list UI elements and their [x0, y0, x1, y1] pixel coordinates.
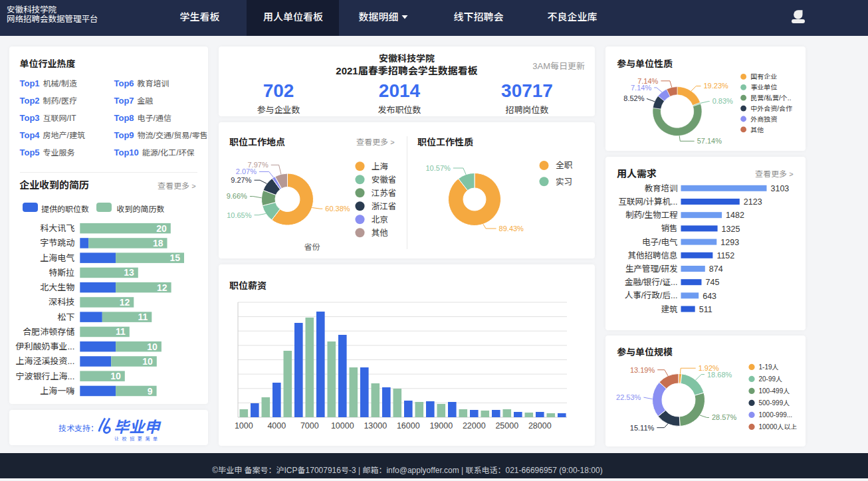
svg-text:60.38%: 60.38% [325, 205, 350, 213]
svg-text:10000: 10000 [331, 421, 354, 431]
svg-text:20: 20 [156, 223, 167, 234]
svg-text:合肥沛顿存储: 合肥沛顿存储 [23, 327, 74, 337]
svg-text:1482: 1482 [726, 211, 744, 220]
svg-text:事业单位: 事业单位 [750, 84, 777, 91]
svg-text:1-19人: 1-19人 [759, 363, 779, 371]
svg-text:其他: 其他 [750, 126, 764, 134]
svg-text:13.19%: 13.19% [630, 366, 655, 374]
svg-text:89.43%: 89.43% [499, 225, 524, 233]
svg-text:上海一嗨: 上海一嗨 [40, 386, 74, 396]
svg-text:1325: 1325 [722, 225, 740, 234]
svg-text:511: 511 [699, 305, 712, 314]
svg-text:10: 10 [147, 341, 158, 352]
svg-text:江苏省: 江苏省 [372, 189, 397, 198]
svg-text:1293: 1293 [720, 238, 739, 247]
svg-text:9.66%: 9.66% [227, 192, 247, 200]
svg-text:20-99人: 20-99人 [759, 375, 783, 383]
svg-text:生产管理/研发: 生产管理/研发 [625, 264, 678, 274]
svg-text:宁波银行上海...: 宁波银行上海... [15, 371, 74, 381]
svg-text:上海泾溪投资...: 上海泾溪投资... [15, 356, 74, 366]
svg-text:特斯拉: 特斯拉 [49, 268, 74, 278]
svg-text:民营/私营/个..: 民营/私营/个.. [750, 94, 791, 102]
svg-text:13: 13 [124, 267, 134, 278]
svg-text:国有企业: 国有企业 [750, 73, 777, 80]
svg-text:19.23%: 19.23% [704, 82, 729, 90]
svg-text:外商独资: 外商独资 [750, 116, 777, 123]
svg-text:28000: 28000 [528, 421, 552, 431]
svg-text:浙江省: 浙江省 [372, 202, 397, 211]
svg-text:其他: 其他 [372, 229, 388, 238]
svg-text:制药/生物工程: 制药/生物工程 [625, 211, 678, 220]
svg-text:深科技: 深科技 [49, 297, 74, 307]
svg-text:销售: 销售 [661, 224, 677, 233]
svg-text:技术支持：: 技术支持： [58, 424, 98, 433]
svg-text:100-499人: 100-499人 [759, 387, 790, 395]
svg-text:2123: 2123 [744, 197, 762, 207]
svg-text:科大讯飞: 科大讯飞 [40, 223, 74, 233]
svg-text:9.27%: 9.27% [231, 176, 251, 184]
svg-text:人事/行政/后...: 人事/行政/后... [625, 291, 678, 300]
svg-text:字节跳动: 字节跳动 [40, 238, 74, 248]
svg-text:伊利酸奶事业...: 伊利酸奶事业... [15, 341, 74, 351]
svg-text:8.52%: 8.52% [623, 94, 644, 102]
svg-text:15: 15 [169, 252, 180, 263]
svg-text:0.83%: 0.83% [712, 97, 733, 105]
svg-text:4000: 4000 [267, 421, 286, 431]
svg-text:北京: 北京 [372, 215, 388, 225]
svg-text:28.57%: 28.57% [712, 413, 737, 421]
svg-text:874: 874 [709, 264, 723, 274]
svg-text:1152: 1152 [716, 251, 734, 260]
svg-text:全职: 全职 [556, 161, 573, 170]
svg-text:7.97%: 7.97% [247, 161, 268, 169]
svg-text:1000-999...: 1000-999... [759, 411, 793, 419]
svg-text:省份: 省份 [304, 242, 320, 252]
svg-text:18: 18 [153, 238, 163, 248]
svg-text:13000: 13000 [364, 421, 387, 431]
svg-text:12: 12 [157, 282, 167, 293]
svg-text:18.68%: 18.68% [707, 371, 732, 379]
svg-text:建筑: 建筑 [661, 305, 678, 314]
svg-text:15.11%: 15.11% [630, 424, 655, 432]
svg-text:让校招更简单: 让校招更简单 [114, 436, 161, 442]
svg-text:7000: 7000 [300, 421, 319, 431]
svg-text:16000: 16000 [397, 421, 420, 431]
svg-text:10000人以上: 10000人以上 [759, 423, 798, 431]
svg-text:中外合资/合作: 中外合资/合作 [750, 105, 792, 112]
svg-text:教育培训: 教育培训 [644, 183, 677, 193]
svg-text:10.57%: 10.57% [425, 164, 451, 172]
svg-text:上海: 上海 [372, 162, 389, 171]
svg-text:安徽省: 安徽省 [372, 175, 397, 185]
svg-text:上海电气: 上海电气 [40, 253, 74, 263]
svg-text:松下: 松下 [57, 312, 74, 322]
svg-text:毕业申: 毕业申 [114, 419, 162, 436]
svg-text:金融/银行/证...: 金融/银行/证... [625, 278, 678, 287]
svg-text:25000: 25000 [495, 421, 518, 431]
svg-text:3103: 3103 [771, 184, 790, 193]
svg-text:500-999人: 500-999人 [759, 399, 790, 407]
svg-text:11: 11 [116, 326, 126, 337]
svg-text:57.14%: 57.14% [697, 137, 722, 145]
svg-text:10.65%: 10.65% [227, 211, 252, 219]
svg-text:9: 9 [148, 386, 153, 397]
svg-text:1000: 1000 [235, 421, 253, 431]
svg-text:19000: 19000 [429, 421, 453, 431]
svg-text:11: 11 [138, 312, 148, 322]
svg-text:22000: 22000 [463, 421, 486, 431]
svg-text:其他招聘信息: 其他招聘信息 [627, 251, 677, 260]
svg-text:643: 643 [703, 292, 716, 301]
svg-text:互联网/计算机...: 互联网/计算机... [619, 197, 678, 207]
svg-text:10: 10 [142, 356, 153, 367]
svg-text:北大生物: 北大生物 [40, 282, 74, 292]
svg-text:22.53%: 22.53% [616, 393, 641, 401]
svg-text:745: 745 [706, 278, 720, 287]
svg-text:7.14%: 7.14% [637, 77, 658, 85]
svg-text:10: 10 [110, 371, 121, 381]
svg-text:电子/电气: 电子/电气 [642, 238, 678, 247]
svg-text:实习: 实习 [556, 177, 572, 187]
svg-text:12: 12 [120, 297, 130, 308]
